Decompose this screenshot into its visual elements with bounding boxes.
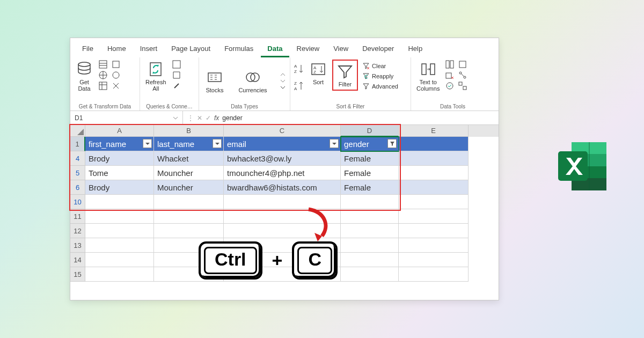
data-cell[interactable]: Mouncher — [154, 180, 224, 195]
data-cell[interactable]: bwardhaw6@histats.com — [224, 180, 341, 195]
empty-cell[interactable] — [341, 195, 399, 209]
empty-cell[interactable] — [399, 137, 469, 151]
tab-home[interactable]: Home — [101, 41, 133, 57]
col-header-d[interactable]: D — [341, 125, 399, 137]
tab-insert[interactable]: Insert — [134, 41, 164, 57]
sort-desc-icon[interactable]: ZA — [294, 80, 304, 92]
empty-cell[interactable] — [399, 166, 469, 180]
tab-help[interactable]: Help — [401, 41, 429, 57]
web-icon[interactable] — [98, 70, 108, 80]
row-header[interactable]: 15 — [70, 267, 85, 282]
empty-cell[interactable] — [399, 180, 469, 195]
formula-input[interactable]: gender — [222, 114, 242, 122]
row-header[interactable]: 10 — [70, 195, 85, 209]
tab-file[interactable]: File — [76, 41, 100, 57]
sort-asc-icon[interactable]: AZ — [294, 63, 304, 75]
empty-cell[interactable] — [85, 224, 154, 238]
row-header[interactable]: 13 — [70, 238, 85, 253]
tab-page-layout[interactable]: Page Layout — [165, 41, 217, 57]
select-all-corner[interactable] — [70, 125, 85, 137]
data-model-icon[interactable] — [458, 81, 467, 91]
remove-duplicates-icon[interactable] — [445, 70, 455, 80]
currencies-button[interactable]: Currencies — [236, 68, 269, 94]
flash-fill-icon[interactable] — [445, 60, 455, 69]
name-box[interactable]: D1 — [70, 111, 183, 124]
reapply-filter-button[interactable]: Reapply — [361, 72, 399, 80]
filter-dropdown-icon[interactable] — [143, 139, 152, 148]
empty-cell[interactable] — [85, 195, 154, 209]
fx-icon[interactable]: fx — [214, 114, 219, 122]
relationships-icon[interactable] — [458, 70, 467, 80]
row-header[interactable]: 4 — [70, 151, 85, 166]
empty-cell[interactable] — [85, 209, 154, 224]
empty-cell[interactable] — [154, 209, 224, 224]
filter-dropdown-icon[interactable] — [213, 139, 222, 148]
tab-formulas[interactable]: Formulas — [218, 41, 260, 57]
recent-icon[interactable] — [111, 70, 121, 80]
edit-links-icon[interactable] — [172, 81, 181, 91]
data-validation-icon[interactable] — [445, 81, 455, 91]
empty-cell[interactable] — [341, 224, 399, 238]
row-header[interactable]: 14 — [70, 253, 85, 267]
source-icon[interactable] — [111, 60, 121, 69]
header-cell-first-name[interactable]: first_name — [85, 137, 154, 151]
data-cell[interactable]: Brody — [85, 151, 154, 166]
tab-data[interactable]: Data — [261, 41, 289, 57]
expand-icon[interactable] — [280, 85, 286, 90]
empty-cell[interactable] — [341, 267, 399, 282]
row-header-1[interactable]: 1 — [70, 137, 85, 151]
data-cell[interactable]: bwhacket3@ow.ly — [224, 151, 341, 166]
empty-cell[interactable] — [399, 209, 469, 224]
scroll-up-icon[interactable] — [280, 72, 286, 77]
sort-button[interactable]: AZ Sort — [308, 60, 329, 86]
filter-dropdown-icon[interactable] — [330, 139, 339, 148]
row-header[interactable]: 11 — [70, 209, 85, 224]
properties-icon[interactable] — [172, 70, 181, 80]
empty-cell[interactable] — [399, 253, 469, 267]
empty-cell[interactable] — [399, 195, 469, 209]
empty-cell[interactable] — [399, 224, 469, 238]
tab-developer[interactable]: Developer — [356, 41, 400, 57]
refresh-all-button[interactable]: Refresh All — [143, 60, 169, 93]
empty-cell[interactable] — [154, 224, 224, 238]
empty-cell[interactable] — [85, 253, 154, 267]
clear-filter-button[interactable]: Clear — [361, 62, 399, 70]
data-cell[interactable]: Mouncher — [154, 166, 224, 180]
empty-cell[interactable] — [341, 253, 399, 267]
data-cell[interactable]: Female — [341, 166, 399, 180]
table-icon[interactable] — [98, 81, 108, 91]
data-cell[interactable]: Female — [341, 180, 399, 195]
filter-active-icon[interactable] — [387, 139, 397, 148]
advanced-filter-button[interactable]: Advanced — [361, 82, 399, 91]
get-data-button[interactable]: Get Data — [74, 60, 95, 93]
data-cell[interactable]: Female — [341, 151, 399, 166]
col-header-e[interactable]: E — [399, 125, 469, 137]
connections-icon[interactable] — [111, 81, 121, 91]
text-to-columns-button[interactable]: Text to Columns — [414, 60, 442, 93]
empty-cell[interactable] — [85, 267, 154, 282]
header-cell-gender[interactable]: gender — [341, 137, 399, 151]
filter-button[interactable]: Filter — [334, 62, 356, 89]
tab-review[interactable]: Review — [290, 41, 326, 57]
empty-cell[interactable] — [341, 238, 399, 253]
empty-cell[interactable] — [399, 151, 469, 166]
data-cell[interactable]: Whacket — [154, 151, 224, 166]
data-cell[interactable]: Tome — [85, 166, 154, 180]
tab-view[interactable]: View — [327, 41, 355, 57]
queries-icon[interactable] — [172, 60, 181, 69]
data-cell[interactable]: tmouncher4@php.net — [224, 166, 341, 180]
col-header-c[interactable]: C — [224, 125, 341, 137]
stocks-button[interactable]: Stocks — [203, 68, 225, 94]
empty-cell[interactable] — [341, 209, 399, 224]
empty-cell[interactable] — [154, 195, 224, 209]
empty-cell[interactable] — [85, 238, 154, 253]
cancel-icon[interactable]: ✕ — [197, 114, 202, 122]
empty-cell[interactable] — [399, 238, 469, 253]
header-cell-email[interactable]: email — [224, 137, 341, 151]
row-header[interactable]: 12 — [70, 224, 85, 238]
scroll-down-icon[interactable] — [280, 78, 286, 84]
empty-cell[interactable] — [399, 267, 469, 282]
consolidate-icon[interactable] — [458, 60, 467, 69]
row-header[interactable]: 5 — [70, 166, 85, 180]
row-header[interactable]: 6 — [70, 180, 85, 195]
